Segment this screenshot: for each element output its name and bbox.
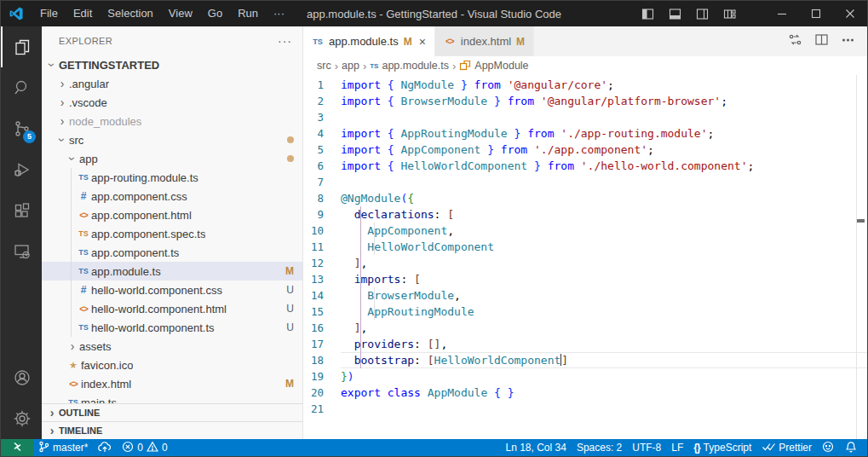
tree-item-index-html[interactable]: <>index.htmlM xyxy=(42,374,302,393)
open-changes-icon[interactable] xyxy=(788,32,802,50)
tree-item-vscode[interactable]: .vscode xyxy=(42,93,302,112)
code-line-21[interactable]: 21 xyxy=(303,401,867,417)
line-number: 14 xyxy=(303,287,341,304)
status-notifications[interactable] xyxy=(840,439,862,456)
tree-item-label: app-routing.module.ts xyxy=(91,171,198,184)
tab-app-module-ts[interactable]: TSapp.module.tsM× xyxy=(303,26,435,56)
line-number: 5 xyxy=(303,142,341,158)
tree-item-hello-world-component-html[interactable]: <>hello-world.component.htmlU xyxy=(42,299,302,318)
menu-go[interactable]: Go xyxy=(200,1,230,26)
outline-section[interactable]: OUTLINE xyxy=(42,403,302,421)
tree-item-app-routing-module-ts[interactable]: TSapp-routing.module.ts xyxy=(42,168,302,187)
line-number: 11 xyxy=(303,239,341,255)
timeline-section[interactable]: TIMELINE xyxy=(42,421,302,439)
breadcrumb-appmodule[interactable]: AppModule xyxy=(459,59,528,73)
breadcrumb-src[interactable]: src xyxy=(317,60,331,72)
menu-view[interactable]: View xyxy=(161,1,200,26)
feedback-icon xyxy=(822,441,835,455)
tab-index-html[interactable]: <>index.htmlM xyxy=(435,26,534,56)
activity-explorer-files-icon[interactable] xyxy=(1,26,42,67)
split-editor-icon[interactable] xyxy=(814,32,829,50)
status-cursor-position[interactable]: Ln 18, Col 34 xyxy=(500,439,571,456)
tree-item-app-module-ts[interactable]: TSapp.module.tsM xyxy=(42,262,302,281)
activity-source-control-source-control-icon[interactable]: 5 xyxy=(1,108,42,149)
status-git-branch[interactable]: master* xyxy=(33,439,93,456)
code-line-4[interactable]: 4import { AppRoutingModule } from './app… xyxy=(303,125,867,142)
code-line-12[interactable]: 12 ], xyxy=(303,255,867,271)
layout-sidebar-icon[interactable] xyxy=(634,1,661,26)
code-line-8[interactable]: 8@NgModule({ xyxy=(303,190,867,206)
tree-item-app-component-spec-ts[interactable]: TSapp.component.spec.ts xyxy=(42,224,302,243)
tree-item-gettingstarted[interactable]: GETTINGSTARTED xyxy=(42,55,302,74)
breadcrumb-app[interactable]: app xyxy=(342,60,359,72)
tree-item-app[interactable]: app xyxy=(42,149,302,168)
activity-settings-gear-icon[interactable] xyxy=(1,398,42,439)
code-line-17[interactable]: 17 providers: [], xyxy=(303,336,867,352)
code-line-10[interactable]: 10 AppComponent, xyxy=(303,223,867,239)
code-line-7[interactable]: 7 xyxy=(303,174,867,190)
tree-item-favicon-ico[interactable]: ★favicon.ico xyxy=(42,356,302,374)
status-remote-indicator[interactable] xyxy=(1,439,33,456)
status-problems[interactable]: 00 xyxy=(117,439,172,456)
layout-customize-icon[interactable] xyxy=(716,1,743,26)
tree-item-src[interactable]: src xyxy=(42,130,302,149)
chevron-down-icon xyxy=(66,152,79,165)
close-icon[interactable] xyxy=(833,1,867,26)
tree-item-app-component-ts[interactable]: TSapp.component.ts xyxy=(42,243,302,262)
code-line-2[interactable]: 2import { BrowserModule } from '@angular… xyxy=(303,93,867,109)
status-eol[interactable]: LF xyxy=(666,439,688,456)
maximize-icon[interactable] xyxy=(799,1,833,26)
menu-edit[interactable]: Edit xyxy=(66,1,100,26)
tree-item-angular[interactable]: .angular xyxy=(42,74,302,93)
overview-ruler[interactable] xyxy=(856,75,857,439)
code-line-3[interactable]: 3 xyxy=(303,109,867,125)
code-line-14[interactable]: 14 BrowserModule, xyxy=(303,287,867,304)
code-editor[interactable]: 1import { NgModule } from '@angular/core… xyxy=(303,75,867,439)
ts-file-icon: TS xyxy=(76,267,91,275)
code-line-9[interactable]: 9 declarations: [ xyxy=(303,206,867,223)
tree-item-assets[interactable]: assets xyxy=(42,337,302,356)
menu-more[interactable]: ··· xyxy=(266,1,292,26)
tree-item-node-modules[interactable]: node_modules xyxy=(42,112,302,130)
breadcrumb-app-module-ts[interactable]: TSapp.module.ts xyxy=(370,60,449,72)
tree-item-main-ts[interactable]: TSmain.ts xyxy=(42,393,302,403)
sidebar-more-actions-icon[interactable]: ··· xyxy=(278,34,292,48)
tree-item-app-component-html[interactable]: <>app.component.html xyxy=(42,205,302,224)
menu-selection[interactable]: Selection xyxy=(100,1,160,26)
close-tab-icon[interactable]: × xyxy=(419,35,426,49)
code-line-5[interactable]: 5import { AppComponent } from './app.com… xyxy=(303,142,867,158)
code-line-18[interactable]: 18 bootstrap: [HelloWorldComponent] xyxy=(303,352,867,368)
more-actions-icon[interactable] xyxy=(841,32,855,50)
status-bar-left: master*00 xyxy=(1,439,173,456)
status-publish-changes[interactable] xyxy=(93,439,117,456)
code-line-15[interactable]: 15 AppRoutingModule xyxy=(303,304,867,320)
activity-remote-explorer-remote-explorer-icon[interactable] xyxy=(1,231,42,272)
code-line-16[interactable]: 16 ], xyxy=(303,320,867,336)
minimize-icon[interactable] xyxy=(765,1,799,26)
layout-sidebar-right-icon[interactable] xyxy=(688,1,716,26)
status-formatter[interactable]: Prettier xyxy=(756,439,817,456)
status-encoding[interactable]: UTF-8 xyxy=(627,439,666,456)
tree-item-hello-world-component-css[interactable]: #hello-world.component.cssU xyxy=(42,281,302,299)
code-line-13[interactable]: 13 imports: [ xyxy=(303,271,867,287)
activity-search-search-icon[interactable] xyxy=(1,67,42,108)
status-language-mode[interactable]: {}TypeScript xyxy=(688,439,756,456)
status-feedback[interactable] xyxy=(817,439,840,456)
status-indentation[interactable]: Spaces: 2 xyxy=(572,439,627,456)
tree-item-label: main.ts xyxy=(81,396,117,404)
menu-run[interactable]: Run xyxy=(230,1,266,26)
double-check-icon xyxy=(762,441,775,454)
activity-run-and-debug-debug-icon[interactable] xyxy=(1,149,42,190)
menu-file[interactable]: File xyxy=(32,1,66,26)
activity-accounts-account-icon[interactable] xyxy=(1,357,42,398)
code-line-6[interactable]: 6import { HelloWorldComponent } from './… xyxy=(303,158,867,174)
tree-item-app-component-css[interactable]: #app.component.css xyxy=(42,187,302,205)
code-line-11[interactable]: 11 HelloWorldComponent xyxy=(303,239,867,255)
code-line-20[interactable]: 20export class AppModule { } xyxy=(303,385,867,401)
breadcrumb-separator: › xyxy=(363,60,366,72)
activity-extensions-extensions-icon[interactable] xyxy=(1,190,42,231)
tree-item-hello-world-component-ts[interactable]: TShello-world.component.tsU xyxy=(42,318,302,337)
layout-panel-icon[interactable] xyxy=(661,1,688,26)
code-line-1[interactable]: 1import { NgModule } from '@angular/core… xyxy=(303,77,867,93)
code-line-19[interactable]: 19}) xyxy=(303,368,867,385)
